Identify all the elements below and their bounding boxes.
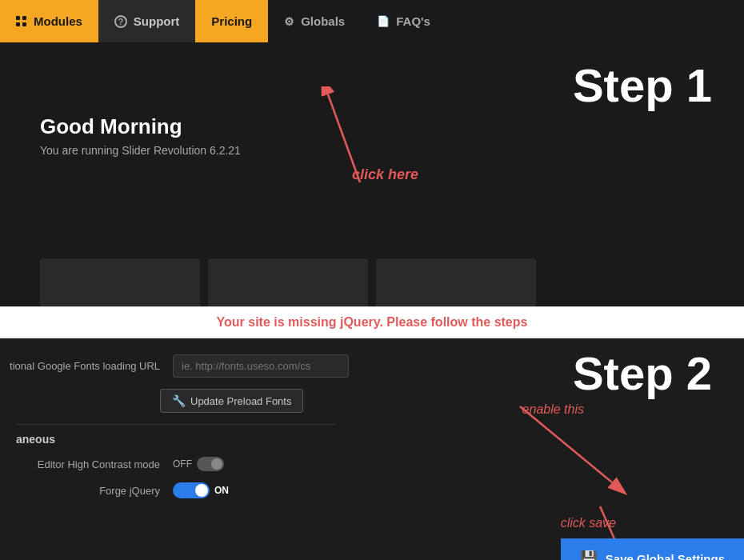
forge-jquery-label: Forge jQuery bbox=[0, 485, 160, 497]
nav-support[interactable]: ? Support bbox=[98, 0, 196, 42]
nav-pricing[interactable]: Pricing bbox=[195, 0, 268, 42]
contrast-label: Editor High Contrast mode bbox=[0, 458, 160, 470]
forge-jquery-track[interactable] bbox=[173, 482, 210, 498]
contrast-toggle[interactable]: OFF bbox=[173, 457, 224, 471]
card3 bbox=[376, 258, 536, 306]
step2-area: Step 2 tional Google Fonts loading URL 🔧… bbox=[0, 338, 744, 560]
update-fonts-label: Update Preload Fonts bbox=[190, 395, 291, 407]
click-here-label: click here bbox=[352, 166, 418, 183]
font-url-input[interactable] bbox=[173, 354, 349, 378]
contrast-toggle-track[interactable] bbox=[197, 457, 224, 471]
step1-area: Step 1 Good Morning You are running Slid… bbox=[0, 42, 744, 306]
save-icon: 💾 bbox=[580, 550, 598, 560]
warning-banner: Your site is missing jQuery. Please foll… bbox=[0, 306, 744, 338]
card2 bbox=[208, 258, 368, 306]
nav-globals-label: Globals bbox=[301, 14, 345, 28]
nav-faqs-label: FAQ's bbox=[396, 14, 430, 28]
save-global-settings-button[interactable]: 💾 Save Global Settings bbox=[561, 538, 744, 560]
nav-globals[interactable]: ⚙ Globals bbox=[268, 0, 361, 42]
step1-label: Step 1 bbox=[573, 58, 712, 112]
svg-line-5 bbox=[600, 506, 616, 542]
faqs-icon: 📄 bbox=[377, 15, 390, 27]
nav-modules-label: Modules bbox=[34, 14, 82, 28]
font-url-label: tional Google Fonts loading URL bbox=[0, 360, 160, 372]
svg-line-3 bbox=[520, 406, 612, 482]
forge-jquery-thumb bbox=[195, 484, 208, 497]
nav-faqs[interactable]: 📄 FAQ's bbox=[361, 0, 446, 42]
divider bbox=[16, 424, 336, 425]
support-icon: ? bbox=[114, 15, 127, 28]
wrench-icon: 🔧 bbox=[172, 394, 186, 407]
arrow2-svg bbox=[480, 390, 640, 502]
update-fonts-button[interactable]: 🔧 Update Preload Fonts bbox=[160, 389, 303, 413]
card1 bbox=[40, 258, 200, 306]
save-btn-label: Save Global Settings bbox=[606, 552, 725, 561]
forge-jquery-state: ON bbox=[214, 485, 229, 496]
nav-support-label: Support bbox=[134, 14, 180, 28]
nav-modules[interactable]: Modules bbox=[0, 0, 98, 42]
misc-label: aneous bbox=[16, 433, 55, 446]
top-nav: Modules ? Support Pricing ⚙ Globals 📄 FA… bbox=[0, 0, 744, 42]
contrast-state: OFF bbox=[173, 458, 192, 470]
warning-text: Your site is missing jQuery. Please foll… bbox=[217, 315, 528, 329]
modules-grid-icon bbox=[16, 16, 27, 27]
forge-jquery-toggle[interactable]: ON bbox=[173, 482, 229, 498]
contrast-toggle-thumb bbox=[211, 458, 222, 470]
gear-icon: ⚙ bbox=[284, 15, 294, 28]
nav-pricing-label: Pricing bbox=[211, 14, 252, 28]
